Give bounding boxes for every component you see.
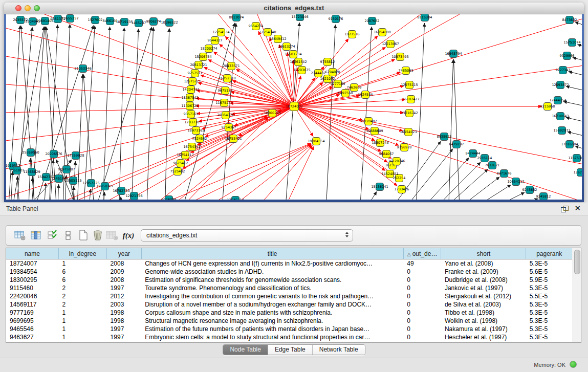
table-row[interactable]: 2242004622012Investigating the contribut… <box>6 292 572 300</box>
graph-node[interactable]: 9806274 <box>146 18 161 26</box>
table-row[interactable]: 969969511998Structural magnetic resonanc… <box>6 317 572 325</box>
graph-node[interactable]: 16107427 <box>402 96 419 103</box>
graph-node[interactable]: 9245812 <box>536 193 551 200</box>
graph-node[interactable]: 8471676 <box>497 170 512 178</box>
graph-node[interactable]: 11675309 <box>568 155 582 162</box>
memory-status-indicator[interactable] <box>570 361 577 368</box>
graph-node[interactable]: 12213967 <box>382 40 399 48</box>
graph-node[interactable]: 12093872 <box>552 81 569 89</box>
graph-node[interactable]: 15581234 <box>285 51 301 58</box>
graph-node[interactable]: 21053346 <box>74 65 91 73</box>
table-scrollbar[interactable] <box>573 248 581 342</box>
graph-node[interactable]: 9544327 <box>208 37 223 45</box>
graph-node[interactable]: 17645314 <box>227 196 244 200</box>
graph-node[interactable]: 12975115 <box>401 81 418 89</box>
graph-node[interactable]: 2087682 <box>365 17 380 25</box>
show-columns-icon[interactable] <box>30 229 43 242</box>
scrollbar-thumb[interactable] <box>574 250 580 274</box>
close-panel-icon[interactable]: ✕ <box>574 204 581 213</box>
network-canvas[interactable]: 2035572850494120691406986137110655257152… <box>6 14 582 200</box>
graph-node[interactable]: 16154923 <box>400 128 417 136</box>
graph-node[interactable]: 16649412 <box>269 35 286 43</box>
graph-node[interactable]: 18367542 <box>181 94 198 102</box>
graph-node[interactable]: 12254534 <box>212 29 229 36</box>
graph-node[interactable]: 8938923 <box>437 133 452 141</box>
graph-node[interactable]: 15723046 <box>291 14 308 21</box>
network-graph[interactable]: 2035572850494120691406986137110655257152… <box>6 14 582 200</box>
column-header-year[interactable]: year <box>107 248 142 259</box>
graph-node[interactable]: 9227343 <box>556 67 571 74</box>
delete-column-icon[interactable] <box>91 229 104 242</box>
column-header-short[interactable]: short <box>441 248 526 259</box>
table-row[interactable]: 1872400712008Changes of HCN gene express… <box>6 259 572 268</box>
graph-node[interactable]: 15692971 <box>553 127 570 135</box>
graph-node[interactable]: 1733426 <box>395 186 409 193</box>
graph-node[interactable]: 14204731 <box>182 86 199 94</box>
graph-node[interactable]: 10655257 <box>61 15 78 23</box>
graph-node[interactable]: 16261542 <box>290 58 307 66</box>
new-column-icon[interactable] <box>77 229 90 242</box>
graph-node[interactable]: 9046389 <box>162 196 177 200</box>
float-panel-icon[interactable] <box>561 206 568 212</box>
graph-node[interactable]: 13505115 <box>64 177 81 185</box>
graph-node[interactable]: 2144487 <box>311 70 326 77</box>
tab-node-table[interactable]: Node Table <box>223 345 268 355</box>
table-row[interactable]: 1830029562008Estimation of significance … <box>6 276 572 284</box>
graph-node[interactable]: 17359928 <box>67 152 84 160</box>
row-height-icon[interactable] <box>61 229 75 242</box>
graph-node[interactable]: 16154808 <box>374 29 390 36</box>
graph-node[interactable]: 1527602 <box>88 16 103 24</box>
graph-node[interactable]: 17837105 <box>184 119 201 126</box>
graph-node[interactable]: 9755812 <box>320 58 335 66</box>
graph-node[interactable]: 7485063 <box>399 67 413 75</box>
graph-node[interactable]: 18973162 <box>187 127 204 135</box>
table-selector-dropdown[interactable]: citations_edges.txt <box>141 229 353 242</box>
graph-node[interactable]: 1267345 <box>574 169 582 177</box>
graph-node[interactable]: 16210643 <box>552 113 569 120</box>
tab-edge-table[interactable]: Edge Table <box>268 345 312 355</box>
column-header-title[interactable]: title <box>141 248 403 259</box>
graph-node[interactable]: 15720407 <box>360 118 377 125</box>
graph-node[interactable]: 9357161 <box>184 111 199 118</box>
column-header-out-degree[interactable]: △out_de… <box>403 248 441 259</box>
graph-node[interactable]: 9257511 <box>188 70 203 77</box>
graph-node[interactable]: 18200274 <box>200 45 217 53</box>
table-row[interactable]: 911546021997Tourette syndrome. Phenomeno… <box>6 284 572 292</box>
graph-node[interactable]: 10196522 <box>161 19 178 27</box>
graph-node[interactable]: 1465237 <box>132 19 146 27</box>
table-row[interactable]: 977716911998Corpus callosum shape and si… <box>6 309 572 317</box>
select-columns-icon[interactable] <box>46 229 59 242</box>
network-window-titlebar[interactable]: citations_edges.txt <box>4 3 584 14</box>
graph-node[interactable]: 8115304 <box>418 14 432 21</box>
table-row[interactable]: 946362711997Embryonic stem cells: a mode… <box>6 333 572 341</box>
graph-node[interactable]: 8473632 <box>562 16 577 24</box>
table-row[interactable]: 1938455462009Genome-wide association stu… <box>6 268 572 276</box>
graph-node[interactable]: 15751074 <box>563 39 580 47</box>
graph-node[interactable]: 6479197 <box>449 141 464 148</box>
graph-node[interactable]: 10688609 <box>366 127 383 135</box>
function-builder-icon[interactable]: f(x) <box>122 229 135 242</box>
graph-node[interactable]: 15136141 <box>371 183 388 191</box>
table-row[interactable]: 1456911722003Disruption of a novel membe… <box>6 300 572 309</box>
graph-node[interactable]: 15206754 <box>194 53 211 61</box>
graph-node[interactable]: 20206576 <box>45 150 62 158</box>
graph-node[interactable]: 12444154 <box>549 97 566 104</box>
column-header-pagerank[interactable]: pagerank <box>526 248 572 259</box>
graph-node[interactable]: 20354176 <box>217 112 234 119</box>
table-options-icon[interactable] <box>13 229 27 242</box>
graph-node[interactable]: 9150176 <box>329 15 343 23</box>
table-row[interactable]: 946554611997Estimation of the future num… <box>6 325 572 333</box>
tab-network-table[interactable]: Network Table <box>312 345 365 355</box>
graph-node[interactable]: 7632621 <box>485 162 500 169</box>
graph-node[interactable]: 25269550 <box>22 149 39 157</box>
graph-node[interactable]: 12254340 <box>259 29 276 36</box>
graph-node[interactable]: 12575721 <box>184 78 201 85</box>
graph-node[interactable]: 10719135 <box>116 18 133 26</box>
column-header-in-degree[interactable]: in_degree <box>58 248 106 259</box>
graph-node[interactable]: 1977516 <box>345 31 360 38</box>
graph-node[interactable]: 7524542 <box>192 135 207 143</box>
graph-node[interactable]: 10654112 <box>507 178 524 186</box>
column-header-name[interactable]: name <box>6 248 58 259</box>
graph-node[interactable]: 8466160 <box>103 17 118 25</box>
graph-node[interactable]: 8215958 <box>540 103 555 111</box>
